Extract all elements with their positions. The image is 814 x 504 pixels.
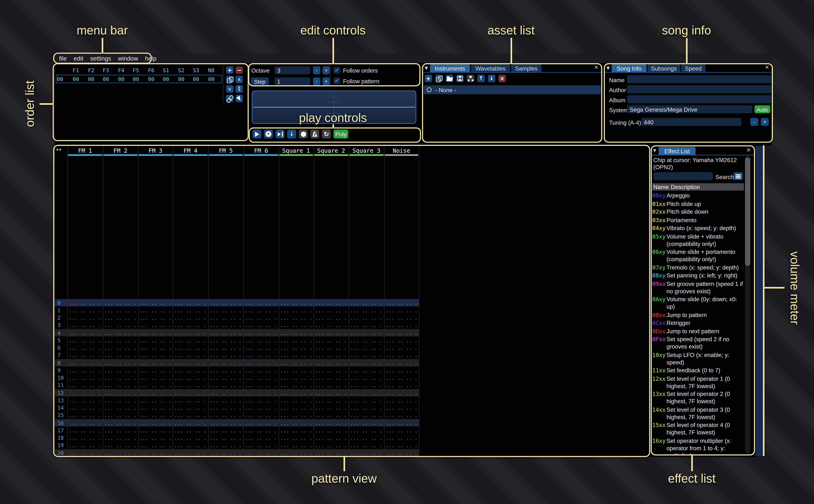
pattern-row-number[interactable]: 11 <box>57 382 64 388</box>
tuning-decrement-button[interactable]: - <box>750 118 758 126</box>
pattern-row-number[interactable]: 0 <box>57 300 61 306</box>
pattern-cell[interactable]: ... .. .. .. .. <box>104 383 137 388</box>
play-from-start-button[interactable] <box>264 130 273 139</box>
pattern-cell[interactable]: ... .. .. .. .. <box>280 315 312 321</box>
pattern-cell[interactable]: ... .. .. .. .. <box>280 390 312 396</box>
effect-search-input[interactable] <box>653 172 713 180</box>
pattern-cell[interactable]: ... .. .. .. .. <box>280 353 312 358</box>
pattern-cell[interactable]: ... .. .. .. .. <box>104 338 137 343</box>
pattern-cell[interactable]: ... .. .. .. .. <box>315 413 348 418</box>
effect-row[interactable]: 0FxxSet speed (speed 2 if no grooves exi… <box>652 335 745 350</box>
pattern-cell[interactable]: ... .. .. .. .. <box>69 420 102 426</box>
pattern-cell[interactable]: ... .. .. .. .. <box>280 420 312 426</box>
pattern-cell[interactable]: ... .. .. .. .. <box>280 375 312 381</box>
pattern-cell[interactable]: ... .. .. .. .. <box>210 420 242 426</box>
pattern-cell[interactable]: ... .. .. .. .. <box>174 450 207 456</box>
pattern-cell[interactable]: ... .. .. .. .. <box>69 353 102 358</box>
pattern-cell[interactable]: ... .. .. .. .. <box>315 450 348 456</box>
pattern-cell[interactable]: ... .. .. .. .. <box>385 428 418 433</box>
pattern-cell[interactable]: ... .. .. .. .. <box>174 413 207 418</box>
pattern-cell[interactable]: ... .. .. .. .. <box>104 420 137 426</box>
pattern-row-number[interactable]: 19 <box>57 442 64 448</box>
pattern-cell[interactable]: ... .. .. .. .. <box>210 361 242 366</box>
pattern-cell[interactable]: ... .. .. .. .. <box>174 390 207 396</box>
pattern-cell[interactable]: ... .. .. .. .. <box>174 443 207 448</box>
pattern-cell[interactable]: ... .. .. .. .. <box>385 443 418 448</box>
pattern-cell[interactable]: ... .. .. .. .. <box>245 413 277 418</box>
pattern-cell[interactable]: ... .. .. .. .. <box>69 428 102 433</box>
pattern-cell[interactable]: ... .. .. .. .. <box>174 428 207 433</box>
asset-move-up-button[interactable]: ↑ <box>478 75 485 82</box>
pattern-cell[interactable]: ... .. .. .. .. <box>104 315 137 321</box>
pattern-cell[interactable]: ... .. .. .. .. <box>69 345 102 351</box>
pattern-cell[interactable]: ... .. .. .. .. <box>139 428 172 433</box>
pattern-cell[interactable]: ... .. .. .. .. <box>139 398 172 403</box>
order-remove-button[interactable]: − <box>235 66 243 74</box>
pattern-cell[interactable]: ... .. .. .. .. <box>210 398 242 403</box>
pattern-cell[interactable]: ... .. .. .. .. <box>139 368 172 373</box>
pattern-cell[interactable]: ... .. .. .. .. <box>315 361 348 366</box>
pattern-cell[interactable]: ... .. .. .. .. <box>69 398 102 403</box>
pattern-cell[interactable]: ... .. .. .. .. <box>280 450 312 456</box>
pattern-cell[interactable]: ... .. .. .. .. <box>69 368 102 373</box>
effect-row[interactable]: 0AxyVolume slide (0y: down; x0: up) <box>652 295 745 310</box>
pattern-cell[interactable]: ... .. .. .. .. <box>385 330 418 336</box>
pattern-cell[interactable]: ... .. .. .. .. <box>385 368 418 373</box>
effect-row[interactable]: 0CxxRetrigger <box>652 319 745 326</box>
record-button[interactable] <box>299 130 308 139</box>
pattern-cell[interactable]: ... .. .. .. .. <box>315 405 348 411</box>
pattern-cell[interactable]: ... .. .. .. .. <box>385 420 418 426</box>
pattern-cell[interactable]: ... .. .. .. .. <box>280 413 312 418</box>
asset-open-button[interactable] <box>446 75 453 82</box>
pattern-cell[interactable]: ... .. .. .. .. <box>385 375 418 381</box>
pattern-cell[interactable]: ... .. .. .. .. <box>69 405 102 411</box>
pattern-cell[interactable]: ... .. .. .. .. <box>350 435 383 441</box>
pattern-cell[interactable]: ... .. .. .. .. <box>350 413 383 418</box>
pattern-cell[interactable]: ... .. .. .. .. <box>245 308 277 313</box>
effect-row[interactable]: 09xxSet groove pattern (speed 1 if no gr… <box>652 280 745 295</box>
pattern-cell[interactable]: ... .. .. .. .. <box>174 375 207 381</box>
pattern-cell[interactable]: ... .. .. .. .. <box>315 323 348 328</box>
channel-header-square-1[interactable]: Square 1 <box>279 147 313 154</box>
pattern-cell[interactable]: ... .. .. .. .. <box>280 443 312 448</box>
order-add-button[interactable]: + <box>226 66 233 74</box>
pattern-cell[interactable]: ... .. .. .. .. <box>315 353 348 358</box>
pattern-cell[interactable]: ... .. .. .. .. <box>139 330 172 336</box>
pattern-cell[interactable]: ... .. .. .. .. <box>174 435 207 441</box>
tab-speed[interactable]: Speed <box>681 64 705 72</box>
channel-header-square-3[interactable]: Square 3 <box>349 147 384 154</box>
channel-header-fm-6[interactable]: FM 6 <box>243 147 279 154</box>
tab-wavetables[interactable]: Wavetables <box>471 64 510 72</box>
effect-row[interactable]: 0BxxJump to pattern <box>652 311 745 318</box>
pattern-row-number[interactable]: 10 <box>57 375 64 381</box>
pattern-cell[interactable]: ... .. .. .. .. <box>280 405 312 411</box>
pattern-cell[interactable]: ... .. .. .. .. <box>350 345 383 351</box>
pattern-cell[interactable]: ... .. .. .. .. <box>174 338 207 343</box>
pattern-cell[interactable]: ... .. .. .. .. <box>315 338 348 343</box>
auto-button[interactable]: Auto <box>754 105 770 113</box>
pattern-row-number[interactable]: 5 <box>57 337 61 343</box>
play-button[interactable] <box>252 130 261 139</box>
pattern-cell[interactable]: ... .. .. .. .. <box>350 300 383 306</box>
pattern-cell[interactable]: ... .. .. .. .. <box>280 368 312 373</box>
pattern-cell[interactable]: ... .. .. .. .. <box>245 315 277 321</box>
pattern-cell[interactable]: ... .. .. .. .. <box>174 323 207 328</box>
pattern-cell[interactable]: ... .. .. .. .. <box>69 390 102 396</box>
step-row-button[interactable]: ↓ <box>287 130 296 139</box>
pattern-cell[interactable]: ... .. .. .. .. <box>104 330 137 336</box>
pattern-cell[interactable]: ... .. .. .. .. <box>350 330 383 336</box>
pattern-cell[interactable]: ... .. .. .. .. <box>350 368 383 373</box>
pattern-cell[interactable]: ... .. .. .. .. <box>350 315 383 321</box>
channel-header-fm-2[interactable]: FM 2 <box>103 147 138 154</box>
close-icon[interactable]: × <box>765 65 769 70</box>
pattern-cell[interactable]: ... .. .. .. .. <box>315 435 348 441</box>
pattern-cell[interactable]: ... .. .. .. .. <box>210 390 242 396</box>
pattern-cell[interactable]: ... .. .. .. .. <box>315 420 348 426</box>
menu-item-edit[interactable]: edit <box>74 55 83 62</box>
pattern-cell[interactable]: ... .. .. .. .. <box>69 375 102 381</box>
pattern-cell[interactable]: ... .. .. .. .. <box>174 368 207 373</box>
order-move-down-button[interactable]: ∨ <box>226 85 233 93</box>
pattern-cell[interactable]: ... .. .. .. .. <box>104 405 137 411</box>
pattern-row-number[interactable]: 2 <box>57 315 61 321</box>
pattern-cell[interactable]: ... .. .. .. .. <box>139 353 172 358</box>
